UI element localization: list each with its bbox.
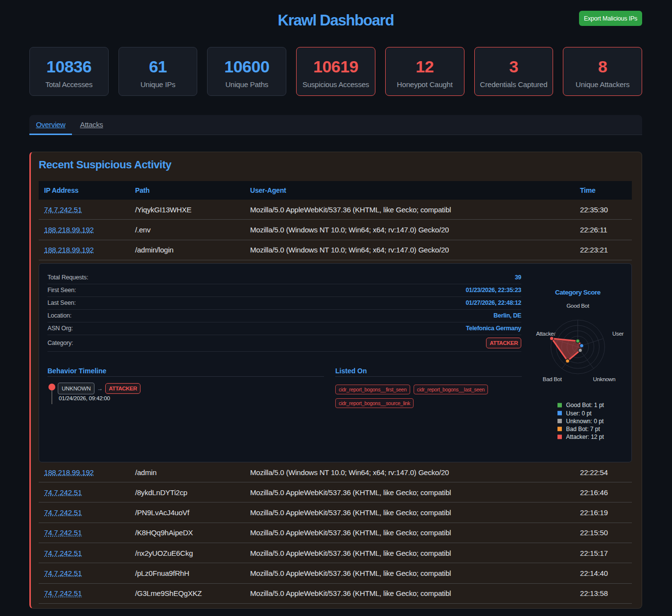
svg-text:User: User [612, 331, 624, 337]
svg-text:Unknown: Unknown [593, 376, 616, 382]
svg-text:Attacker: 12 pt: Attacker: 12 pt [566, 433, 604, 440]
svg-text:Bad Bot: 7 pt: Bad Bot: 7 pt [566, 426, 601, 433]
svg-text:Good Bot: 1 pt: Good Bot: 1 pt [566, 402, 604, 409]
svg-text:Good Bot: Good Bot [566, 303, 589, 309]
svg-text:Bad Bot: Bad Bot [543, 376, 562, 382]
svg-text:Category Score: Category Score [555, 289, 601, 296]
svg-text:Attacker: Attacker [536, 331, 556, 337]
svg-text:Unknown: 0 pt: Unknown: 0 pt [566, 418, 604, 425]
svg-text:User: 0 pt: User: 0 pt [566, 410, 592, 416]
